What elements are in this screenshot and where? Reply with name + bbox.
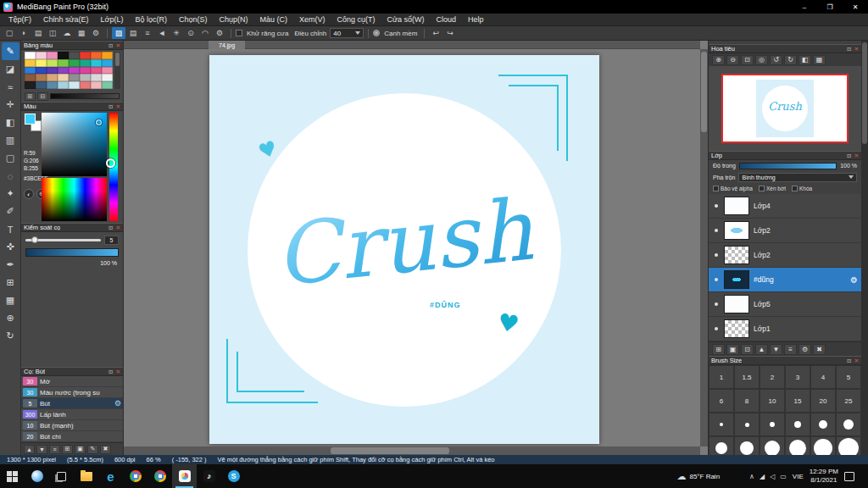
layer-visibility-toggle[interactable] [712, 204, 720, 208]
hue-map[interactable] [42, 178, 107, 221]
color-swatch[interactable] [80, 52, 91, 59]
zoom-in-icon[interactable]: ⊕ [712, 55, 725, 65]
hidden-icons-chevron[interactable]: ∧ [749, 473, 754, 480]
menu-item[interactable]: Màu (C) [254, 15, 294, 24]
menu-item[interactable]: Bộ lọc(R) [129, 15, 173, 24]
close-icon[interactable]: ✕ [116, 369, 120, 375]
antialias-toggle[interactable]: Khử răng cưa [236, 30, 291, 37]
brush-size-cell[interactable]: 6 [709, 389, 734, 413]
brush-size-slider[interactable] [25, 239, 101, 241]
right-panel-scrollbar[interactable] [861, 41, 868, 455]
close-button[interactable]: ✕ [843, 0, 868, 14]
color-swatch[interactable] [58, 74, 69, 81]
brush-size-cell[interactable] [836, 413, 861, 436]
brush-size-cell[interactable]: 4 [810, 365, 836, 389]
protect-alpha-checkbox[interactable]: Bảo vệ alpha [713, 186, 753, 191]
clipping-checkbox[interactable]: Xén bớt [759, 186, 786, 191]
brush-up-icon[interactable]: ▲ [24, 445, 35, 454]
undock-icon[interactable]: ⊡ [847, 46, 851, 53]
close-icon[interactable]: ✕ [854, 358, 859, 364]
menu-item[interactable]: Xem(V) [293, 15, 331, 24]
brush-size-cell[interactable]: 5 [836, 365, 861, 389]
snap-grid-icon[interactable]: ▤ [126, 27, 140, 39]
color-swatch[interactable] [36, 59, 47, 67]
menu-item[interactable]: Công cụ(T) [331, 15, 381, 24]
canvas-vertical-scrollbar[interactable] [700, 49, 708, 446]
brush-size-cell[interactable] [734, 436, 760, 455]
lasso-tool[interactable]: ◌ [2, 167, 19, 185]
color-swatch[interactable] [47, 74, 58, 81]
brush-list-item[interactable]: 10 Bút (mạnh) ⚙ [21, 420, 123, 431]
layer-row[interactable]: Lớp2 ⚙ [709, 243, 861, 268]
foreground-color-swatch[interactable] [25, 114, 36, 125]
undock-icon[interactable]: ⊡ [847, 358, 851, 364]
brush-size-value[interactable]: 5 [104, 236, 119, 245]
color-swatch[interactable] [102, 52, 113, 59]
color-swatch[interactable] [47, 67, 58, 75]
menu-item[interactable]: Chụp(N) [214, 15, 254, 24]
battery-icon[interactable]: ▭ [780, 473, 787, 480]
undock-icon[interactable]: ⊡ [108, 225, 113, 231]
menu-item[interactable]: Cloud [431, 15, 463, 24]
color-swatch[interactable] [25, 74, 36, 81]
color-swatch[interactable] [102, 59, 113, 67]
delete-brush-icon[interactable]: ✖ [100, 445, 111, 454]
magic-wand-tool[interactable]: ✦ [2, 185, 19, 202]
color-swatch[interactable] [36, 74, 47, 81]
color-swatch[interactable] [47, 59, 58, 67]
layer-visibility-toggle[interactable] [712, 302, 720, 306]
zoom-tool[interactable]: ⊕ [2, 309, 19, 327]
layer-settings-icon[interactable]: ⚙ [850, 275, 858, 285]
layer-visibility-toggle[interactable] [712, 229, 720, 232]
color-swatch[interactable] [47, 81, 58, 89]
divide-tool[interactable]: ⊞ [2, 274, 19, 291]
snap-settings-icon[interactable]: ⚙ [213, 27, 226, 39]
select-tool[interactable]: ▢ [2, 149, 19, 167]
undock-icon[interactable]: ⊡ [108, 42, 113, 49]
color-swatch[interactable] [25, 81, 36, 89]
brush-size-cell[interactable] [810, 413, 836, 436]
color-swatch[interactable] [80, 81, 91, 89]
blend-mode-dropdown[interactable]: Bình thường [738, 173, 857, 182]
color-swatch[interactable] [58, 67, 69, 75]
edge-icon[interactable]: e [98, 464, 123, 488]
brush-down-icon[interactable]: ▼ [36, 445, 47, 454]
zoom-actual-icon[interactable]: ◎ [755, 55, 768, 65]
brush-size-cell[interactable]: 10 [760, 389, 785, 413]
brush-size-cell[interactable]: 8 [734, 389, 760, 413]
brush-size-cell[interactable]: 2 [760, 365, 785, 389]
color-swatch[interactable] [25, 59, 36, 67]
brush-size-cell[interactable] [836, 436, 861, 455]
taskbar-clock[interactable]: 12:29 PM 8/1/2021 [810, 468, 838, 485]
comment-icon[interactable]: ◗ [17, 27, 31, 39]
navigator-preview[interactable]: Crush [709, 66, 861, 151]
restore-button[interactable]: ❐ [817, 0, 843, 14]
zoom-fit-icon[interactable]: ⊡ [741, 55, 754, 65]
text-tool[interactable]: T [2, 220, 19, 238]
file-explorer-icon[interactable] [74, 464, 98, 488]
frame-tool[interactable]: ▦ [2, 291, 19, 309]
delete-color-icon[interactable]: ⊟ [37, 92, 48, 101]
gradient-tool[interactable]: ▥ [2, 131, 19, 149]
brush-size-cell[interactable]: 15 [785, 389, 810, 413]
color-swatch[interactable] [69, 74, 80, 81]
snap-curve-icon[interactable]: ◠ [198, 27, 212, 39]
brush-size-cell[interactable]: 25 [836, 389, 861, 413]
brush-size-cell[interactable]: 3 [785, 365, 810, 389]
add-layer-icon[interactable]: ⊞ [712, 344, 725, 355]
color-swatch[interactable] [102, 74, 113, 81]
medibang-icon[interactable] [172, 464, 197, 488]
color-swatch[interactable] [80, 74, 91, 81]
brush-size-cell[interactable] [709, 413, 734, 436]
close-icon[interactable]: ✕ [116, 42, 120, 49]
move-layer-down-icon[interactable]: ▼ [770, 344, 782, 355]
volume-icon[interactable]: ◁ [770, 473, 775, 480]
color-swatch[interactable] [36, 52, 47, 59]
brush-size-cell[interactable] [760, 413, 785, 436]
color-swatch[interactable] [36, 81, 47, 89]
brush-size-slider-handle[interactable] [31, 236, 38, 243]
undock-icon[interactable]: ⊡ [847, 152, 851, 159]
cloud-icon[interactable]: ☁ [60, 27, 74, 39]
menu-item[interactable]: Cửa sổ(W) [381, 15, 431, 24]
eraser-tool[interactable]: ◪ [2, 60, 19, 78]
